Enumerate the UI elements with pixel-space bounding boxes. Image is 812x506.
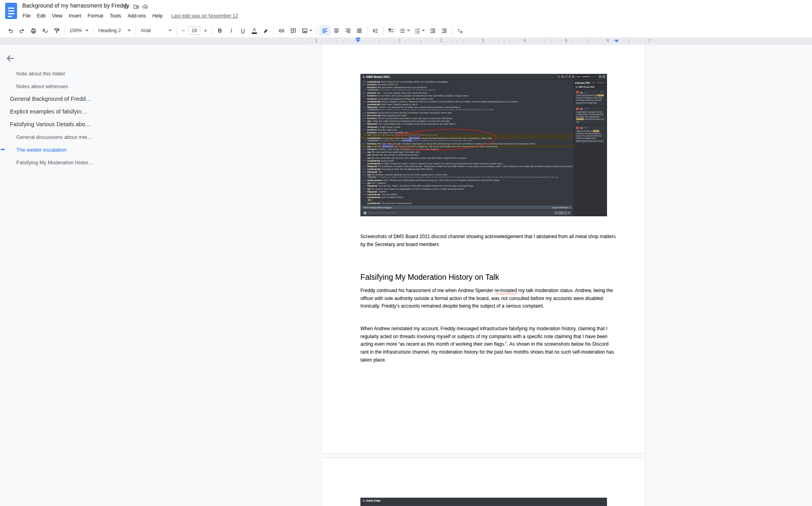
align-right-button[interactable] xyxy=(342,25,354,36)
chat-text: You could always file a complaint and re… xyxy=(378,122,455,125)
ruler-tick xyxy=(639,41,640,42)
paragraph-style-select[interactable]: Heading 2 xyxy=(96,25,134,36)
numbered-list-button[interactable]: 123 xyxy=(412,25,427,36)
text-color-button[interactable]: A xyxy=(249,25,260,36)
menu-item-view[interactable]: View xyxy=(49,12,66,19)
highlight-color-button[interactable] xyxy=(260,25,272,36)
ruler-tick xyxy=(384,41,385,42)
increase-indent-button[interactable] xyxy=(439,25,450,36)
first-line-indent-marker[interactable] xyxy=(356,38,360,39)
results-tab-relevant: Relevant xyxy=(597,82,606,84)
bulleted-list-button[interactable] xyxy=(397,25,412,36)
outline-item-the-welder-escalation[interactable]: The welder escalation xyxy=(0,143,119,156)
redo-button[interactable] xyxy=(16,25,28,36)
search-term-highlight: recuse xyxy=(597,94,604,96)
ruler-tick xyxy=(446,41,447,42)
italic-button[interactable]: I xyxy=(226,25,237,36)
justify-button[interactable] xyxy=(354,25,365,36)
menu-item-addons[interactable]: Add-ons xyxy=(124,12,149,19)
line-spacing-button[interactable] xyxy=(370,25,381,36)
image-caption-paragraph[interactable]: Screenshots of DMS Board 2021 discord ch… xyxy=(360,233,617,248)
increase-font-size-button[interactable]: + xyxy=(201,25,210,36)
body-paragraph[interactable]: When Andrew reinstated my account, Fredd… xyxy=(360,325,617,364)
discord-channel-title: Infra Chat xyxy=(366,499,380,502)
paint-format-button[interactable] xyxy=(51,25,62,36)
body-paragraph[interactable]: Freddy continued his harassment of me wh… xyxy=(360,287,617,310)
font-family-select[interactable]: Arial xyxy=(138,25,174,36)
embedded-discord-screenshot[interactable]: DMS Board 2021 from: ray#9236 recuse ✕ ? xyxy=(360,74,607,216)
app-header: Background of my harrassment by Freddy F… xyxy=(0,0,812,24)
chat-text: It might come to that xyxy=(378,125,400,128)
outline-item-note-about-this-folder[interactable]: Note about this folder xyxy=(0,67,119,80)
search-result-card: rayI guess I'd have to recuse myself on … xyxy=(575,125,605,143)
back-arrow-icon[interactable] xyxy=(6,54,15,63)
chat-message: cantbakrabhe's going to spin this as @ho… xyxy=(360,137,573,139)
menu-item-tools[interactable]: Tools xyxy=(106,12,124,19)
results-tab-old: Old xyxy=(591,82,596,84)
google-docs-logo-icon[interactable] xyxy=(5,3,17,19)
left-indent-marker[interactable] xyxy=(356,40,360,42)
spell-check-button[interactable]: A xyxy=(39,25,51,36)
user-mention: @horletsx xyxy=(382,145,394,148)
chat-username: cantbakrab xyxy=(368,89,379,91)
last-edit-link[interactable]: Last edit was on November 12 xyxy=(171,13,238,19)
ruler-number: 1 xyxy=(315,38,318,43)
checklist-button[interactable] xyxy=(385,25,397,36)
font-size-input[interactable]: 16 xyxy=(188,26,200,35)
document-page-1[interactable]: DMS Board 2021 from: ray#9236 recuse ✕ ? xyxy=(321,45,645,454)
menu-item-edit[interactable]: Edit xyxy=(34,12,49,19)
chat-message: quatroquatreAlso, Charles isn't particul… xyxy=(360,179,573,181)
decrease-font-size-button[interactable]: − xyxy=(179,25,188,36)
document-title[interactable]: Background of my harrassment by Freddy xyxy=(22,2,129,9)
chat-username: cantbakrab xyxy=(368,108,379,111)
decrease-indent-button[interactable] xyxy=(427,25,439,36)
chat-message: SkypeakIt's a balance of what's more det… xyxy=(360,165,573,167)
outline-item-general-background-of-fredd[interactable]: General Background of Fredd… xyxy=(0,92,119,105)
outline-item-general-discussions-about-met[interactable]: General discussions about met… xyxy=(0,131,119,143)
align-left-button[interactable] xyxy=(319,25,331,36)
chat-message: SkypeakCorrect, I've warned him at least… xyxy=(360,106,573,108)
outline-item-explicit-examples-of-falsifyin[interactable]: Explicit examples of falsifyin… xyxy=(0,105,119,118)
ruler-tick xyxy=(452,41,452,42)
menu-item-format[interactable]: Format xyxy=(84,12,107,19)
ruler-tick xyxy=(473,41,473,42)
chat-message: rayI think we might need an emergency it… xyxy=(360,119,573,122)
results-count: 3 Results xyxy=(575,82,585,84)
timestamp xyxy=(362,81,366,83)
cloud-saved-icon[interactable] xyxy=(142,4,148,10)
undo-button[interactable] xyxy=(5,25,16,36)
insert-image-button[interactable] xyxy=(299,25,315,36)
chat-username: cantbakrab xyxy=(367,137,380,139)
outline-item-notes-about-witnesses[interactable]: Notes about witnesses xyxy=(0,80,119,92)
document-page-2[interactable]: Infra Chat xyxy=(321,458,645,506)
zoom-select[interactable]: 100% xyxy=(67,25,91,36)
star-icon[interactable] xyxy=(123,4,129,10)
embedded-discord-screenshot-2[interactable]: Infra Chat xyxy=(360,498,607,506)
outline-item-label: Falsifying Various Details abo… xyxy=(10,121,91,127)
chat-text: No but we've never denied committee memb… xyxy=(377,111,452,114)
clear-formatting-button[interactable]: T xyxy=(454,25,466,36)
chat-username: Skypeak xyxy=(367,106,377,108)
outline-item-falsifying-various-details-abo[interactable]: Falsifying Various Details abo… xyxy=(0,118,119,131)
user-mention: @horletsx xyxy=(408,137,420,139)
chat-text: that's how Charles wants to use it xyxy=(381,103,417,106)
chat-username: cantbakrab xyxy=(367,80,380,83)
menu-item-insert[interactable]: Insert xyxy=(66,12,84,19)
menu-item-file[interactable]: File xyxy=(19,12,34,19)
section-heading[interactable]: Falsifying My Moderation History on Talk xyxy=(360,273,499,282)
print-button[interactable] xyxy=(28,25,39,36)
align-center-button[interactable] xyxy=(331,25,342,36)
menu-item-help[interactable]: Help xyxy=(149,12,166,19)
chat-text: stop touching met stuff! xyxy=(381,114,407,117)
insert-link-button[interactable] xyxy=(276,25,287,36)
chat-username: cantbakrab xyxy=(368,139,379,142)
reaction-chip: 1 xyxy=(367,199,373,202)
add-comment-button[interactable] xyxy=(287,25,299,36)
style-value: Heading 2 xyxy=(98,28,121,33)
avatar xyxy=(576,127,579,129)
chat-message: cantbakrabpretty much xyxy=(360,159,573,162)
bold-button[interactable]: B xyxy=(214,25,226,36)
move-to-folder-icon[interactable] xyxy=(133,4,139,10)
outline-item-falsifying-my-moderation-histor[interactable]: Falsifying My Moderation Histor… xyxy=(0,156,119,169)
underline-button[interactable]: U xyxy=(237,25,249,36)
